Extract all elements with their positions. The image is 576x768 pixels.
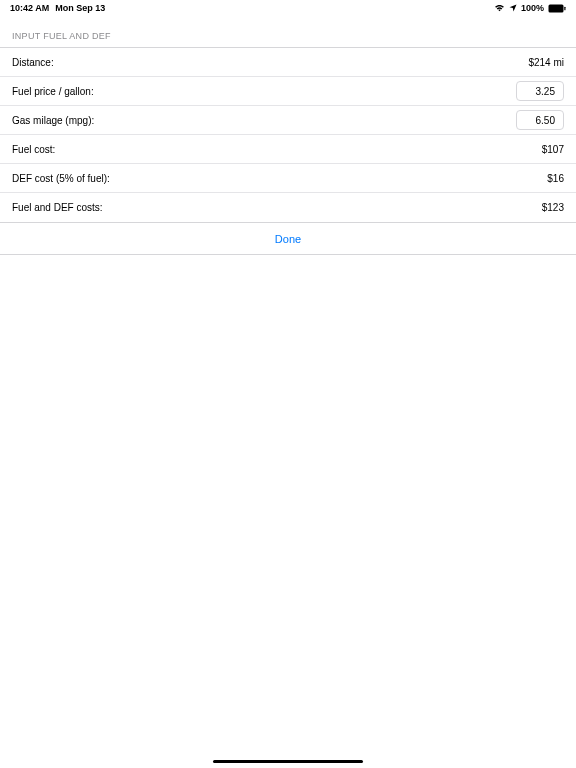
fuel-def-costs-value: $123 (542, 202, 564, 213)
gas-mileage-label: Gas milage (mpg): (12, 115, 94, 126)
status-bar: 10:42 AM Mon Sep 13 100% (0, 0, 576, 15)
row-fuel-price: Fuel price / gallon: (0, 77, 576, 106)
status-battery-percent: 100% (521, 3, 544, 13)
status-time: 10:42 AM (10, 3, 49, 13)
row-fuel-def-costs: Fuel and DEF costs: $123 (0, 193, 576, 222)
svg-rect-1 (564, 6, 565, 10)
section-header: INPUT FUEL AND DEF (0, 15, 576, 47)
fuel-def-costs-label: Fuel and DEF costs: (12, 202, 103, 213)
fuel-cost-value: $107 (542, 144, 564, 155)
fuel-price-input[interactable] (516, 81, 564, 101)
done-button[interactable]: Done (0, 223, 576, 255)
status-right: 100% (494, 3, 566, 13)
status-left: 10:42 AM Mon Sep 13 (10, 3, 105, 13)
home-indicator (213, 760, 363, 763)
row-def-cost: DEF cost (5% of fuel): $16 (0, 164, 576, 193)
battery-icon (548, 4, 566, 13)
gas-mileage-input[interactable] (516, 110, 564, 130)
wifi-icon (494, 4, 505, 12)
distance-value: $214 mi (528, 57, 564, 68)
distance-label: Distance: (12, 57, 54, 68)
row-gas-mileage: Gas milage (mpg): (0, 106, 576, 135)
fuel-price-label: Fuel price / gallon: (12, 86, 94, 97)
fuel-cost-label: Fuel cost: (12, 144, 55, 155)
status-date: Mon Sep 13 (55, 3, 105, 13)
svg-rect-0 (549, 4, 564, 12)
def-cost-value: $16 (547, 173, 564, 184)
def-cost-label: DEF cost (5% of fuel): (12, 173, 110, 184)
row-fuel-cost: Fuel cost: $107 (0, 135, 576, 164)
row-distance: Distance: $214 mi (0, 48, 576, 77)
form-group: Distance: $214 mi Fuel price / gallon: G… (0, 47, 576, 223)
location-icon (509, 4, 517, 12)
